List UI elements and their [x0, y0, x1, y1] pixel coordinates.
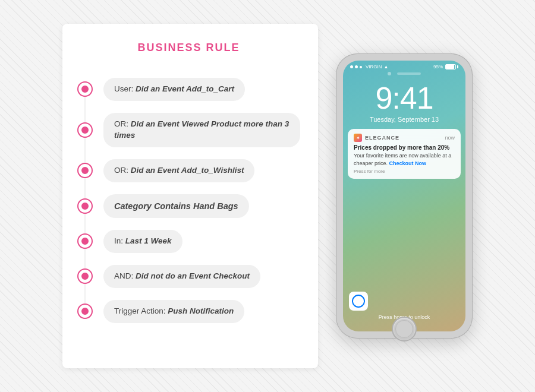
rule-item-5: In: Last 1 Week — [77, 224, 300, 259]
dot-inner-3 — [81, 167, 89, 174]
phone-time: 9:41 — [343, 83, 465, 113]
home-button[interactable] — [392, 317, 417, 342]
dot-5 — [77, 233, 93, 249]
safari-inner — [352, 295, 365, 308]
rule-item-3: OR: Did an Event Add_to_Wishlist — [77, 153, 300, 188]
dot-circle-6 — [77, 268, 93, 284]
dot-7 — [77, 304, 93, 319]
phone-top — [343, 71, 465, 78]
dot-circle-7 — [77, 304, 93, 319]
rule-badge-4: Category Contains Hand Bags — [103, 194, 249, 218]
signal-dot-3 — [360, 66, 362, 68]
status-left: VIRGIN ▲ — [350, 64, 388, 69]
rule-prefix-6: AND: — [114, 271, 136, 280]
speaker-bar — [397, 72, 421, 75]
battery-fill — [446, 65, 454, 69]
signal-dot-2 — [355, 65, 358, 68]
rule-text-5: Last 1 Week — [125, 236, 172, 245]
rule-badge-6: AND: Did not do an Event Checkout — [103, 265, 260, 288]
rule-prefix-5: In: — [114, 236, 125, 245]
dot-inner-1 — [81, 86, 89, 93]
dot-inner-7 — [81, 308, 89, 315]
home-button-inner — [395, 320, 413, 338]
dot-circle-5 — [77, 233, 93, 249]
dot-circle-1 — [77, 81, 93, 97]
notif-app-icon: ✦ — [354, 134, 362, 142]
rules-list: User: Did an Event Add_to_Cart OR: Did a… — [77, 72, 300, 329]
dot-circle-4 — [77, 198, 93, 214]
dot-4 — [77, 198, 93, 214]
notification-card: ✦ ELEGANCE now Prices dropped by more th… — [348, 129, 461, 179]
rule-item-4: Category Contains Hand Bags — [77, 188, 300, 224]
notif-body: Your favorite items are now available at… — [354, 152, 455, 167]
battery-body — [445, 64, 456, 69]
business-rule-panel: BUSINESS RULE User: Did an Event Add_to_… — [62, 24, 318, 368]
rule-badge-5: In: Last 1 Week — [103, 230, 182, 253]
battery-icon — [445, 64, 458, 69]
dot-inner-6 — [81, 273, 89, 280]
phone-date: Tuesday, September 13 — [343, 116, 465, 123]
dot-inner-2 — [81, 127, 89, 134]
battery-tip — [457, 65, 458, 68]
notif-app-info: ✦ ELEGANCE — [354, 134, 399, 142]
rule-badge-3: OR: Did an Event Add_to_Wishlist — [103, 159, 254, 182]
notif-time: now — [445, 135, 455, 141]
dot-3 — [77, 163, 93, 178]
dot-circle-3 — [77, 163, 93, 178]
wifi-icon: ▲ — [384, 64, 389, 69]
rule-prefix-7: Trigger Action: — [114, 306, 168, 315]
rule-text-4: Category Contains Hand Bags — [114, 201, 238, 211]
rule-prefix-2: OR: — [114, 119, 131, 128]
rule-item-2: OR: Did an Event Viewed Product more tha… — [77, 107, 300, 153]
rule-item-6: AND: Did not do an Event Checkout — [77, 259, 300, 294]
notif-link[interactable]: Checkout Now — [389, 160, 427, 166]
main-container: BUSINESS RULE User: Did an Event Add_to_… — [62, 24, 473, 368]
rule-text-1: Did an Event Add_to_Cart — [136, 84, 234, 93]
notif-app-name: ELEGANCE — [365, 135, 399, 141]
camera-dot — [388, 72, 391, 75]
phone-mockup: VIRGIN ▲ 95% 9:4 — [336, 53, 473, 339]
rule-badge-1: User: Did an Event Add_to_Cart — [103, 78, 245, 101]
dot-inner-4 — [81, 203, 89, 210]
dot-1 — [77, 81, 93, 97]
rule-badge-2: OR: Did an Event Viewed Product more tha… — [103, 113, 300, 147]
notif-title: Prices dropped by more than 20% — [354, 144, 455, 151]
battery-percent: 95% — [433, 64, 443, 69]
rule-text-6: Did not do an Event Checkout — [136, 271, 250, 280]
dot-2 — [77, 122, 93, 138]
rule-badge-7: Trigger Action: Push Notification — [103, 300, 244, 323]
notif-header: ✦ ELEGANCE now — [354, 134, 455, 142]
rule-text-3: Did an Event Add_to_Wishlist — [131, 166, 244, 175]
signal-dot-1 — [350, 65, 353, 68]
panel-title: BUSINESS RULE — [77, 42, 300, 54]
status-bar: VIRGIN ▲ 95% — [343, 61, 465, 71]
rule-text-2: Did an Event Viewed Product more than 3 … — [114, 119, 289, 140]
rule-item-1: User: Did an Event Add_to_Cart — [77, 72, 300, 107]
dot-inner-5 — [81, 238, 89, 245]
phone-screen: VIRGIN ▲ 95% 9:4 — [343, 61, 465, 331]
safari-icon — [349, 292, 368, 311]
rule-prefix-1: User: — [114, 84, 136, 93]
rule-item-7: Trigger Action: Push Notification — [77, 294, 300, 329]
rule-prefix-3: OR: — [114, 166, 131, 175]
dot-circle-2 — [77, 122, 93, 138]
status-right: 95% — [433, 64, 458, 69]
dot-6 — [77, 268, 93, 284]
carrier-label: VIRGIN — [366, 64, 382, 69]
rule-text-7: Push Notification — [168, 306, 234, 315]
notif-more: Press for more — [354, 169, 455, 174]
